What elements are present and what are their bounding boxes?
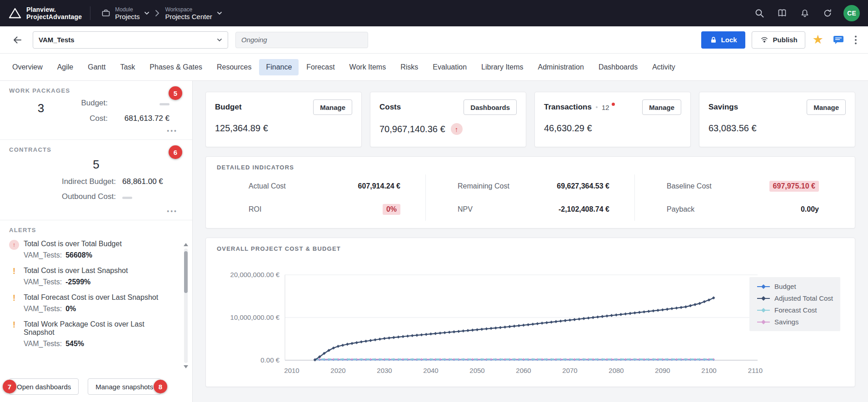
workspace-picker[interactable]: Workspace Projects Center [162,5,224,22]
alert-list: ↑ Total Cost is over Total Budget VAM_Te… [9,240,183,348]
tab-activity[interactable]: Activity [645,59,682,75]
svg-text:2090: 2090 [655,367,670,374]
feedback-button[interactable] [831,33,846,47]
scrollbar-thumb[interactable] [184,251,188,293]
alert-text: Total Cost is over Last Snapshot [24,267,128,275]
tab-gantt[interactable]: Gantt [81,59,112,75]
tab-resources[interactable]: Resources [210,59,258,75]
tab-forecast[interactable]: Forecast [299,59,341,75]
module-label: Module [115,6,133,13]
legend-item-adjusted-total-cost[interactable]: Adjusted Total Cost [757,294,833,302]
module-picker[interactable]: Module Projects [99,5,152,22]
work-packages-count: 3 [9,99,73,123]
legend-item-savings[interactable]: Savings [757,318,833,326]
alert-value: -2599% [65,278,90,286]
brand-line2: ProjectAdvantage [26,13,82,20]
annotation-badge-6: 6 [169,145,182,159]
user-avatar[interactable]: CE [843,5,860,21]
alert-value: 56608% [65,251,92,259]
publish-label: Publish [773,36,798,44]
transactions-card: Transactions 12 Manage 46,630.29 € [534,92,691,147]
trend-up-icon: ↑ [451,123,463,135]
lock-button[interactable]: Lock [701,31,745,49]
alert-project: VAM_Tests: [24,251,62,259]
legend-item-forecast-cost[interactable]: Forecast Cost [757,306,833,314]
outbound-cost-label: Outbound Cost: [9,192,116,201]
manage-snapshots-button[interactable]: Manage snapshots [88,378,161,395]
refresh-button[interactable] [820,5,835,21]
budget-empty-value [116,99,170,108]
tab-library-items[interactable]: Library Items [474,59,530,75]
legend-label: Savings [774,318,798,326]
indirect-budget-value: 68,861.00 € [122,177,163,186]
back-button[interactable] [9,32,25,48]
savings-manage-button[interactable]: Manage [807,99,846,115]
roi-value: 0% [383,204,400,215]
transactions-card-title: Transactions [544,103,592,112]
legend-item-budget[interactable]: Budget [757,283,833,290]
feedback-icon [833,35,844,45]
lock-icon [709,36,718,44]
tab-phases-gates[interactable]: Phases & Gates [143,59,209,75]
publish-button[interactable]: Publish [752,31,805,49]
costs-card-title: Costs [379,103,401,112]
status-field[interactable] [235,32,368,48]
baseline-cost-label: Baseline Cost [667,182,712,190]
library-button[interactable] [774,5,790,21]
transactions-count: 12 [602,104,609,111]
budget-manage-button[interactable]: Manage [313,99,352,115]
alert-project: VAM_Tests: [24,278,62,286]
tab-finance[interactable]: Finance [259,59,299,75]
transactions-manage-button[interactable]: Manage [642,99,681,115]
alert-warning-icon: ! [9,293,19,313]
svg-text:2060: 2060 [516,367,531,374]
module-icon [101,9,110,18]
detailed-indicators-title: DETAILED INDICATORS [217,164,844,171]
svg-text:2100: 2100 [701,367,716,374]
baseline-cost-value: 697,975.10 € [769,181,819,192]
contracts-title: CONTRACTS [9,146,183,153]
savings-card-value: 63,083.56 € [708,123,846,134]
contracts-more-button[interactable]: ••• [164,207,180,215]
scrollbar-track[interactable] [184,248,188,363]
svg-text:2050: 2050 [469,367,484,374]
tab-dashboards[interactable]: Dashboards [592,59,644,75]
tab-evaluation[interactable]: Evaluation [426,59,474,75]
budget-card-title: Budget [215,103,242,112]
tab-task[interactable]: Task [113,59,142,75]
payback-value: 0.00y [801,205,819,213]
work-packages-more-button[interactable]: ••• [164,127,180,135]
work-packages-section: WORK PACKAGES 5 3 Budget: Cost: 681,613.… [0,81,192,140]
search-button[interactable] [752,5,767,21]
legend-marker-icon [757,296,770,301]
scroll-up-icon[interactable] [184,243,188,246]
roi-label: ROI [249,205,261,213]
top-bar: Planview. ProjectAdvantage Module Projec… [0,0,868,26]
summary-cards: Budget Manage 125,364.89 € Costs Dashboa… [205,92,855,147]
cost-label: Cost: [90,114,108,123]
chart-area: 0.00 €10,000,000.00 €20,000,000.00 €2010… [217,257,844,379]
npv-value: -2,102,408.74 € [559,205,609,213]
project-select[interactable]: VAM_Tests [33,31,228,49]
scroll-down-icon[interactable] [184,365,188,368]
chevron-down-icon [217,38,222,42]
chart-legend: Budget Adjusted Total Cost Forecast Cost [749,277,840,331]
workspace-label: Workspace [165,6,192,13]
chart-title: OVERALL PROJECT COST & BUDGET [217,245,844,252]
tab-agile[interactable]: Agile [50,59,80,75]
notifications-button[interactable] [797,5,813,21]
chevron-down-icon [217,11,222,15]
tab-risks[interactable]: Risks [394,59,425,75]
costs-dashboards-button[interactable]: Dashboards [464,99,517,115]
tab-administration[interactable]: Administration [531,59,591,75]
app-window: Planview. ProjectAdvantage Module Projec… [0,0,868,402]
tab-work-items[interactable]: Work Items [343,59,393,75]
detailed-indicators-panel: DETAILED INDICATORS Actual Cost607,914.2… [205,156,855,228]
favorite-star-icon[interactable]: ★ [812,33,824,47]
workspace-value: Projects Center [165,14,212,20]
kebab-menu-icon[interactable] [853,33,859,47]
open-dashboards-button[interactable]: Open dashboards [9,378,79,395]
alerts-scrollbar[interactable] [183,243,189,368]
module-value: Projects [115,14,140,20]
tab-overview[interactable]: Overview [5,59,50,75]
